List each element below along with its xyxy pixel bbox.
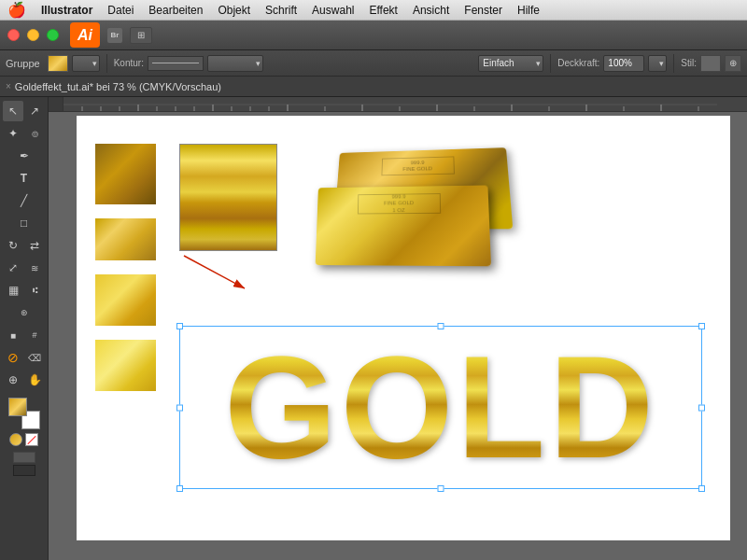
fill-color-swatch[interactable] bbox=[48, 55, 68, 72]
transform-tools: ↻ ⇄ bbox=[3, 235, 45, 256]
deckkraft-dropdown[interactable] bbox=[648, 55, 667, 72]
stroke-dropdown-wrap[interactable] bbox=[207, 55, 263, 72]
fill-dropdown[interactable] bbox=[72, 55, 100, 72]
separator bbox=[106, 54, 107, 73]
gold-text-inner: GOLD bbox=[180, 327, 701, 488]
deckkraft-input[interactable] bbox=[603, 55, 644, 72]
gold-bar-front-text: 999.9FINE GOLD1 OZ bbox=[384, 194, 414, 214]
style-options-btn[interactable]: ⊕ bbox=[725, 55, 741, 72]
graph-tool[interactable]: ▦ bbox=[3, 280, 23, 301]
text-tool[interactable]: T bbox=[14, 168, 35, 189]
options-bar: Gruppe Kontur: Einfach Deckkraft: Stil: … bbox=[0, 50, 747, 77]
menu-hilfe[interactable]: Hilfe bbox=[517, 4, 540, 17]
sep3 bbox=[673, 54, 674, 73]
hand-tool[interactable]: ✋ bbox=[24, 370, 45, 390]
gold-bar-front: 999.9FINE GOLD1 OZ bbox=[316, 185, 491, 266]
view-mode-area bbox=[13, 452, 35, 476]
menu-auswahl[interactable]: Auswahl bbox=[312, 4, 354, 17]
lasso-tool[interactable]: ⌾ bbox=[24, 123, 45, 144]
ai-logo: Ai bbox=[70, 22, 100, 48]
menu-ansicht[interactable]: Ansicht bbox=[413, 4, 449, 17]
gold-gradient-rectangle[interactable] bbox=[179, 144, 277, 251]
preview-mode-btn[interactable] bbox=[13, 465, 35, 476]
sep2 bbox=[550, 54, 551, 73]
paint-bucket-tool[interactable]: ⌫ bbox=[24, 347, 45, 368]
gradient-mesh-tools: ■ # bbox=[3, 325, 45, 345]
kontur-label: Kontur: bbox=[114, 58, 144, 68]
gold-bar-text: 999.9FINE GOLD bbox=[402, 160, 432, 173]
fill-type-select[interactable] bbox=[72, 55, 100, 72]
canvas-area[interactable]: 999.9FINE GOLD 999.9FINE GOLD1 OZ bbox=[49, 97, 747, 560]
gold-bars-image: 999.9FINE GOLD 999.9FINE GOLD1 OZ bbox=[305, 130, 520, 302]
svg-line-25 bbox=[184, 256, 245, 288]
deckkraft-dropdown-wrap[interactable] bbox=[648, 55, 667, 72]
graph-blend-tools: ▦ ⑆ bbox=[3, 280, 45, 301]
menu-datei[interactable]: Datei bbox=[107, 4, 134, 17]
stroke-weight-select[interactable] bbox=[207, 55, 263, 72]
stroke-style-select[interactable]: Einfach bbox=[478, 55, 543, 72]
menu-illustrator[interactable]: Illustrator bbox=[41, 4, 92, 17]
none-color-btn[interactable] bbox=[25, 433, 38, 446]
stil-swatch[interactable] bbox=[700, 55, 721, 72]
artboard: 999.9FINE GOLD 999.9FINE GOLD1 OZ bbox=[77, 116, 730, 540]
mesh-tool[interactable]: # bbox=[24, 325, 45, 345]
stroke-preview bbox=[148, 56, 204, 71]
medium-gold-swatch[interactable] bbox=[95, 218, 156, 260]
gold-bar-front-stamp: 999.9FINE GOLD1 OZ bbox=[358, 193, 441, 214]
blend-tool[interactable]: ⑆ bbox=[24, 280, 45, 301]
menu-objekt[interactable]: Objekt bbox=[218, 4, 250, 17]
scale-tool[interactable]: ⤢ bbox=[3, 258, 23, 278]
light-gold-swatch[interactable] bbox=[95, 340, 156, 391]
doc-tab: × Goldeffekt_tut.ai* bei 73 % (CMYK/Vors… bbox=[0, 77, 747, 97]
selection-tools: ↖ ↗ bbox=[3, 101, 45, 121]
color-mode-btn[interactable] bbox=[9, 433, 22, 446]
pen-tool[interactable]: ✒ bbox=[14, 146, 35, 166]
layout-button[interactable]: ⊞ bbox=[130, 27, 152, 44]
symbol-sprayer-tool[interactable]: ⊛ bbox=[14, 302, 35, 323]
zoom-tool[interactable]: ⊕ bbox=[3, 370, 23, 390]
menu-fenster[interactable]: Fenster bbox=[464, 4, 502, 17]
ruler-svg bbox=[63, 97, 747, 112]
direct-selection-tool[interactable]: ↗ bbox=[24, 101, 45, 121]
magic-wand-tool[interactable]: ✦ bbox=[3, 123, 23, 144]
bright-gold-swatch[interactable] bbox=[95, 274, 156, 326]
main-area: ↖ ↗ ✦ ⌾ ✒ T ╱ □ ↻ ⇄ ⤢ ≋ ▦ ⑆ ⊛ ■ # ⊘ ⌫ bbox=[0, 97, 747, 560]
line-tool[interactable]: ╱ bbox=[14, 190, 35, 211]
close-button[interactable] bbox=[7, 29, 20, 41]
menu-schrift[interactable]: Schrift bbox=[265, 4, 297, 17]
eyedropper-tool[interactable]: ⊘ bbox=[3, 347, 23, 368]
apple-menu[interactable]: 🍎 bbox=[7, 1, 26, 19]
stroke-line bbox=[152, 63, 199, 63]
deckkraft-label: Deckkraft: bbox=[557, 58, 599, 68]
br-badge[interactable]: Br bbox=[107, 28, 122, 43]
foreground-color-swatch[interactable] bbox=[8, 398, 27, 416]
reflect-tool[interactable]: ⇄ bbox=[24, 235, 45, 256]
menu-bearbeiten[interactable]: Bearbeiten bbox=[148, 4, 203, 17]
title-bar: Ai Br ⊞ bbox=[0, 21, 747, 50]
rectangle-tool[interactable]: □ bbox=[14, 213, 35, 233]
zoom-hand-tools: ⊕ ✋ bbox=[3, 370, 45, 390]
menu-bar: 🍎 Illustrator Datei Bearbeiten Objekt Sc… bbox=[0, 0, 747, 21]
dark-gold-swatch[interactable] bbox=[95, 144, 156, 204]
maximize-button[interactable] bbox=[47, 29, 59, 41]
ruler-horizontal bbox=[49, 97, 747, 112]
close-doc-tab[interactable]: × bbox=[6, 81, 11, 91]
color-mode-row bbox=[9, 433, 38, 446]
screen-mode-btn[interactable] bbox=[13, 452, 35, 463]
gold-text-selection[interactable]: GOLD bbox=[179, 326, 702, 489]
ruler-corner bbox=[49, 97, 63, 112]
minimize-button[interactable] bbox=[27, 29, 39, 41]
stroke-style-wrap[interactable]: Einfach bbox=[478, 55, 543, 72]
selection-tool[interactable]: ↖ bbox=[3, 101, 23, 121]
rotate-tool[interactable]: ↻ bbox=[3, 235, 23, 256]
gold-text: GOLD bbox=[224, 335, 657, 480]
color-swatch-area bbox=[8, 398, 40, 429]
magic-lasso-tools: ✦ ⌾ bbox=[3, 123, 45, 144]
eyedropper-paint-tools: ⊘ ⌫ bbox=[3, 347, 45, 368]
gold-bar-stamp: 999.9FINE GOLD bbox=[381, 156, 455, 175]
warp-tool[interactable]: ≋ bbox=[24, 258, 45, 278]
toolbar: ↖ ↗ ✦ ⌾ ✒ T ╱ □ ↻ ⇄ ⤢ ≋ ▦ ⑆ ⊛ ■ # ⊘ ⌫ bbox=[0, 97, 49, 560]
gradient-tool[interactable]: ■ bbox=[3, 325, 23, 345]
menu-effekt[interactable]: Effekt bbox=[369, 4, 397, 17]
stil-label: Stil: bbox=[681, 58, 697, 68]
